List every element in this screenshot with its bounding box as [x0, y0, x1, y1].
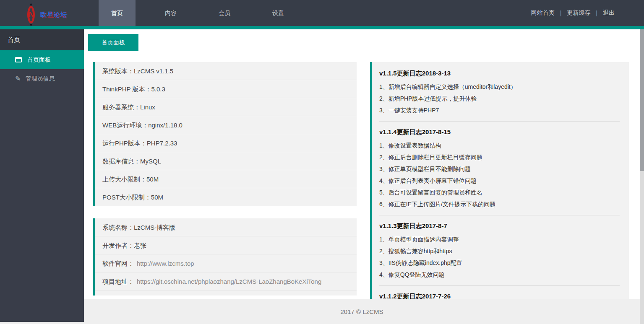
site-home-link[interactable]: 网站首页	[531, 9, 555, 17]
sidebar-item-home-panel[interactable]: 首页面板	[0, 50, 84, 69]
brand-logo[interactable]: N 欧星论坛	[25, 2, 67, 28]
about-row-label: 软件官网：	[102, 260, 134, 267]
system-info-row: 运行PHP版本：PHP7.2.33	[95, 134, 357, 152]
changelog-title: v1.1.3更新日志2017-8-7	[379, 222, 620, 230]
changelog-item: 2、搜狐畅言兼容http和https	[379, 245, 620, 257]
system-info-row: 上传大小限制：50M	[95, 170, 357, 188]
about-row-label: 开发作者：老张	[102, 242, 146, 249]
sidebar-item-admin-info[interactable]: ✎ 管理员信息	[0, 69, 84, 88]
left-column: 系统版本：LzCMS v1.1.5 ThinkPHP 版本：5.0.3 服务器系…	[93, 62, 357, 295]
changelog-title: v1.1.5更新日志2018-3-13	[379, 70, 620, 78]
about-row: 系统名称：LzCMS-博客版	[95, 218, 357, 236]
system-info-panel: 系统版本：LzCMS v1.1.5 ThinkPHP 版本：5.0.3 服务器系…	[93, 62, 357, 206]
nav-item-members[interactable]: 会员	[206, 0, 243, 29]
tab-home-panel[interactable]: 首页面板	[88, 34, 138, 51]
system-info-row: 数据库信息：MySQL	[95, 152, 357, 170]
sidebar-item-label: 管理员信息	[25, 75, 55, 83]
brand-name: 欧星论坛	[40, 11, 67, 19]
system-info-row: POST大小限制：50M	[95, 188, 357, 206]
about-panel: 系统名称：LzCMS-博客版 开发作者：老张 软件官网：http://www.l…	[93, 218, 357, 295]
changelog-item: 4、修正后台列表页小屏幕下错位问题	[379, 175, 620, 187]
sidebar-section-title: 首页	[0, 29, 84, 50]
right-column: v1.1.5更新日志2018-3-13 1、新增后台编辑器自定义选择（umedi…	[370, 62, 629, 324]
window-icon	[15, 57, 22, 62]
system-info-row: WEB运行环境：nginx/1.18.0	[95, 116, 357, 134]
about-row: 软件官网：http://www.lzcms.top	[95, 254, 357, 272]
link-separator: |	[596, 10, 597, 16]
changelog-item: 1、新增后台编辑器自定义选择（umeditor和layedit）	[379, 81, 620, 93]
top-navbar: N 欧星论坛 首页 内容 会员 设置 网站首页 | 更新缓存 | 退出	[0, 0, 644, 29]
changelog-item: 2、修正后台删除栏目更新栏目缓存问题	[379, 151, 620, 163]
pencil-icon: ✎	[15, 75, 21, 82]
logout-link[interactable]: 退出	[603, 9, 615, 17]
system-info-row: 服务器系统：Linux	[95, 98, 357, 116]
changelog-item: 3、修正单页模型栏目不能删除问题	[379, 163, 620, 175]
scrollbar-thumb[interactable]	[640, 29, 644, 171]
main-nav: 首页 内容 会员 设置	[99, 0, 313, 29]
about-row-link[interactable]: http://www.lzcms.top	[137, 260, 194, 267]
about-row: 项目地址：https://git.oschina.net/phplaozhang…	[95, 272, 357, 290]
changelog-item: 4、修复QQ登陆无效问题	[379, 269, 620, 280]
tab-strip: 首页面板	[84, 29, 640, 51]
changelog-panel: v1.1.5更新日志2018-3-13 1、新增后台编辑器自定义选择（umedi…	[370, 62, 629, 324]
changelog-section: v1.1.5更新日志2018-3-13 1、新增后台编辑器自定义选择（umedi…	[379, 70, 620, 116]
about-row-link[interactable]: https://git.oschina.net/phplaozhang/LzCM…	[137, 278, 321, 285]
header-links: 网站首页 | 更新缓存 | 退出	[526, 0, 620, 26]
brand-emblem-letter: N	[29, 10, 34, 19]
changelog-item: 2、新增PHP版本过低提示，提升体验	[379, 93, 620, 104]
system-info-row: ThinkPHP 版本：5.0.3	[95, 80, 357, 98]
changelog-section: v1.1.3更新日志2017-8-7 1、单页模型页面描述内容调整 2、搜狐畅言…	[379, 215, 620, 280]
changelog-title: v1.1.4更新日志2017-8-15	[379, 128, 620, 136]
brand-emblem-icon: N	[25, 3, 39, 27]
changelog-item: 6、修正在IE下上传图片/文件提示下载的问题	[379, 198, 620, 210]
main-content: 首页面板 系统版本：LzCMS v1.1.5 ThinkPHP 版本：5.0.3…	[84, 29, 640, 324]
sidebar: 首页 首页面板 ✎ 管理员信息	[0, 29, 84, 322]
changelog-list: 1、新增后台编辑器自定义选择（umeditor和layedit） 2、新增PHP…	[379, 81, 620, 116]
about-row-label: 项目地址：	[102, 278, 134, 285]
changelog-list: 1、修改设置表数据结构 2、修正后台删除栏目更新栏目缓存问题 3、修正单页模型栏…	[379, 140, 620, 210]
sidebar-item-label: 首页面板	[27, 56, 51, 64]
nav-item-settings[interactable]: 设置	[260, 0, 297, 29]
link-separator: |	[560, 10, 562, 16]
changelog-list: 1、单页模型页面描述内容调整 2、搜狐畅言兼容http和https 3、IIS伪…	[379, 233, 620, 280]
changelog-item: 5、后台可设置留言回复的管理员和姓名	[379, 187, 620, 198]
footer: 2017 © LzCMS	[84, 299, 640, 324]
page-scrollbar[interactable]	[640, 29, 644, 324]
changelog-item: 1、单页模型页面描述内容调整	[379, 233, 620, 245]
footer-text: 2017 © LzCMS	[341, 308, 383, 315]
nav-item-content[interactable]: 内容	[152, 0, 189, 29]
changelog-item: 1、修改设置表数据结构	[379, 140, 620, 151]
nav-item-home[interactable]: 首页	[99, 0, 136, 29]
changelog-section: v1.1.4更新日志2017-8-15 1、修改设置表数据结构 2、修正后台删除…	[379, 121, 620, 210]
panels-area: 系统版本：LzCMS v1.1.5 ThinkPHP 版本：5.0.3 服务器系…	[84, 62, 640, 324]
about-row: 开发作者：老张	[95, 236, 357, 254]
about-row-label: 系统名称：LzCMS-博客版	[102, 224, 175, 231]
system-info-row: 系统版本：LzCMS v1.1.5	[95, 62, 357, 80]
changelog-item: 3、IIS伪静态隐藏index.php配置	[379, 257, 620, 269]
refresh-cache-link[interactable]: 更新缓存	[567, 9, 590, 17]
accent-line	[0, 26, 644, 29]
changelog-item: 3、一键安装支持PHP7	[379, 104, 620, 116]
